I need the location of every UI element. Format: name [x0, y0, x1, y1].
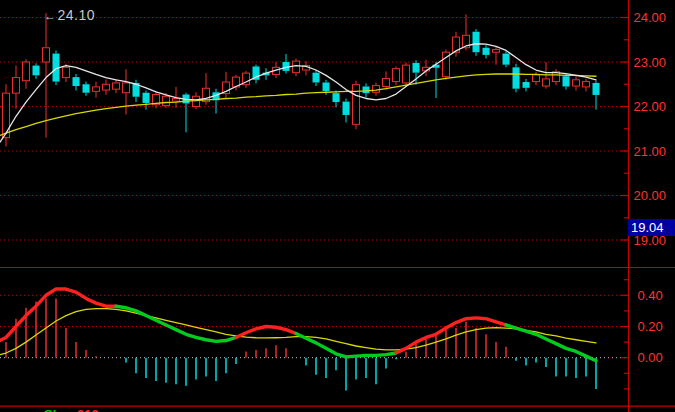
main-gridlines	[0, 18, 628, 241]
indicator-label-row: Sk 012	[0, 406, 628, 412]
indicator-param-fragment: 012	[77, 407, 99, 412]
macd-histogram	[6, 298, 596, 390]
macd-gridlines	[0, 295, 628, 357]
current-price-badge: 19.04	[628, 219, 675, 236]
macd-axis-label: 0.00	[638, 350, 663, 365]
annotation-value: 24.10	[58, 7, 96, 23]
macd-axis-label: 0.20	[638, 319, 663, 334]
y-axis-label: 21.00	[634, 144, 667, 159]
candles-layer	[3, 13, 600, 147]
y-axis-label: 22.00	[634, 99, 667, 114]
y-axis-label: 24.00	[634, 10, 667, 25]
macd-axis-label: 0.40	[638, 288, 663, 303]
annotation-arrow-icon: ←	[44, 9, 57, 23]
price-axis: 24.0023.0022.0021.0020.0019.000.400.200.…	[621, 0, 667, 412]
stock-chart-window: 24.0023.0022.0021.0020.0019.000.400.200.…	[0, 0, 675, 412]
high-price-annotation: ←24.10	[44, 7, 95, 23]
chart-canvas: 24.0023.0022.0021.0020.0019.000.400.200.…	[0, 0, 675, 412]
panel-separators	[0, 268, 675, 407]
ma-yellow	[0, 74, 596, 135]
y-axis-label: 20.00	[634, 188, 667, 203]
y-axis-label: 23.00	[634, 55, 667, 70]
indicator-name-fragment: Sk	[44, 407, 60, 412]
